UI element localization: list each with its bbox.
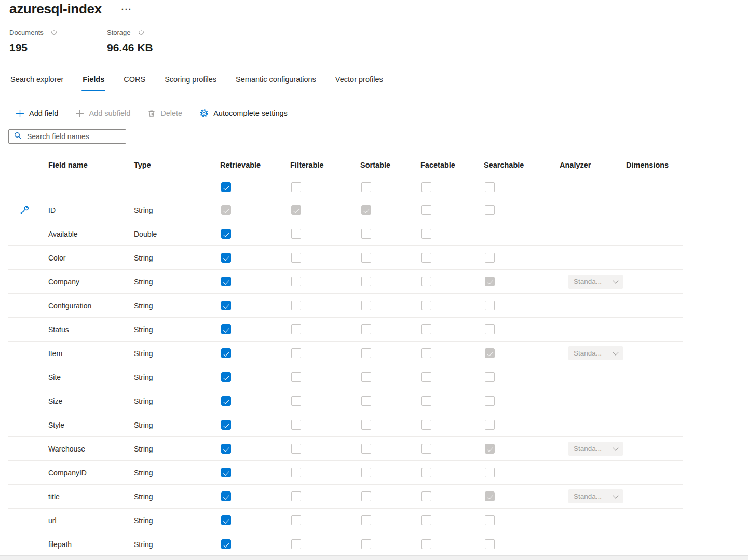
- checkbox-filterable[interactable]: [291, 324, 301, 334]
- tab-scoring-profiles[interactable]: Scoring profiles: [165, 75, 216, 91]
- checkbox-retrievable[interactable]: [221, 348, 231, 358]
- checkbox-searchable[interactable]: [485, 253, 495, 263]
- checkbox-sortable[interactable]: [361, 324, 371, 334]
- table-row: AvailableDouble: [8, 222, 683, 246]
- analyzer-dropdown[interactable]: Standa...: [568, 489, 623, 503]
- checkbox-sortable[interactable]: [361, 301, 371, 310]
- checkbox-sortable[interactable]: [361, 277, 371, 286]
- checkbox-filterable[interactable]: [291, 491, 301, 501]
- checkbox-searchable[interactable]: [485, 372, 495, 382]
- checkbox-sortable[interactable]: [361, 539, 371, 549]
- checkbox-facetable[interactable]: [421, 277, 431, 286]
- checkbox-retrievable[interactable]: [221, 444, 231, 454]
- checkbox-sortable[interactable]: [361, 348, 371, 358]
- checkbox-sortable[interactable]: [361, 396, 371, 406]
- checkbox-filterable[interactable]: [291, 396, 301, 406]
- checkbox-searchable[interactable]: [485, 468, 495, 477]
- checkbox-filterable[interactable]: [291, 253, 301, 263]
- search-icon-wrap: [14, 132, 22, 142]
- checkbox-retrievable[interactable]: [221, 372, 231, 382]
- checkbox-sortable[interactable]: [361, 444, 371, 454]
- checkbox-sortable[interactable]: [361, 229, 371, 239]
- checkbox-filterable[interactable]: [291, 539, 301, 549]
- checkbox-retrievable[interactable]: [221, 324, 231, 334]
- checkbox-all-retrievable[interactable]: [221, 182, 231, 192]
- horizontal-scrollbar[interactable]: [0, 555, 748, 560]
- checkbox-facetable[interactable]: [421, 205, 431, 215]
- analyzer-dropdown[interactable]: Standa...: [568, 442, 623, 456]
- checkbox-all-searchable[interactable]: [485, 182, 495, 192]
- checkbox-filterable[interactable]: [291, 468, 301, 477]
- checkbox-facetable[interactable]: [421, 253, 431, 263]
- checkbox-filterable[interactable]: [291, 420, 301, 430]
- checkbox-sortable[interactable]: [361, 491, 371, 501]
- tab-cors[interactable]: CORS: [124, 75, 145, 91]
- checkbox-retrievable[interactable]: [221, 277, 231, 286]
- checkbox-retrievable[interactable]: [221, 539, 231, 549]
- checkbox-facetable[interactable]: [421, 348, 431, 358]
- checkbox-sortable[interactable]: [361, 372, 371, 382]
- checkbox-facetable[interactable]: [421, 372, 431, 382]
- checkbox-filterable[interactable]: [291, 348, 301, 358]
- tab-vector-profiles[interactable]: Vector profiles: [335, 75, 383, 91]
- autocomplete-settings-button[interactable]: Autocomplete settings: [199, 108, 288, 118]
- analyzer-dropdown[interactable]: Standa...: [568, 275, 623, 289]
- checkbox-facetable[interactable]: [421, 539, 431, 549]
- checkbox-all-sortable[interactable]: [361, 182, 371, 192]
- checkbox-retrievable[interactable]: [221, 396, 231, 406]
- table-row: ConfigurationString: [8, 294, 683, 318]
- checkbox-facetable[interactable]: [421, 396, 431, 406]
- search-input[interactable]: [27, 132, 121, 141]
- checkbox-filterable[interactable]: [291, 277, 301, 286]
- checkbox-searchable[interactable]: [485, 324, 495, 334]
- checkbox-retrievable[interactable]: [221, 253, 231, 263]
- checkbox-retrievable[interactable]: [221, 468, 231, 477]
- checkbox-searchable[interactable]: [485, 301, 495, 310]
- checkbox-sortable[interactable]: [361, 468, 371, 477]
- checkbox-retrievable[interactable]: [221, 515, 231, 525]
- checkbox-searchable[interactable]: [485, 396, 495, 406]
- checkbox-searchable[interactable]: [485, 420, 495, 430]
- table-row: urlString: [8, 509, 683, 532]
- checkbox-retrievable[interactable]: [221, 301, 231, 310]
- checkbox-retrievable[interactable]: [221, 229, 231, 239]
- refresh-icon[interactable]: [138, 30, 144, 35]
- checkbox-filterable[interactable]: [291, 444, 301, 454]
- checkbox-facetable[interactable]: [421, 229, 431, 239]
- checkbox-filterable[interactable]: [291, 301, 301, 310]
- tab-search-explorer[interactable]: Search explorer: [10, 75, 63, 91]
- checkbox-filterable[interactable]: [291, 372, 301, 382]
- checkbox-facetable[interactable]: [421, 515, 431, 525]
- search-field-names-box: [8, 129, 126, 144]
- checkbox-facetable[interactable]: [421, 468, 431, 477]
- more-actions-icon[interactable]: ···: [120, 3, 133, 15]
- checkbox-retrievable[interactable]: [221, 491, 231, 501]
- analyzer-dropdown[interactable]: Standa...: [568, 346, 623, 360]
- checkbox-facetable[interactable]: [421, 491, 431, 501]
- table-row: ItemStringStanda...: [8, 342, 683, 365]
- checkbox-all-facetable[interactable]: [421, 182, 431, 192]
- chevron-down-icon: [613, 493, 618, 498]
- add-field-button[interactable]: Add field: [16, 109, 58, 118]
- checkbox-filterable[interactable]: [291, 229, 301, 239]
- refresh-icon[interactable]: [51, 30, 57, 35]
- checkbox-searchable[interactable]: [485, 205, 495, 215]
- checkbox-sortable[interactable]: [361, 515, 371, 525]
- tab-fields[interactable]: Fields: [83, 75, 104, 91]
- checkbox-searchable[interactable]: [485, 539, 495, 549]
- checkbox-searchable[interactable]: [485, 515, 495, 525]
- page-header: azuresql-index ···: [9, 1, 133, 17]
- checkbox-filterable[interactable]: [291, 515, 301, 525]
- tab-semantic-configurations[interactable]: Semantic configurations: [236, 75, 316, 91]
- checkbox-sortable[interactable]: [361, 420, 371, 430]
- checkbox-facetable[interactable]: [421, 324, 431, 334]
- checkbox-sortable[interactable]: [361, 253, 371, 263]
- checkbox-facetable[interactable]: [421, 444, 431, 454]
- add-subfield-button: Add subfield: [75, 109, 130, 118]
- column-header-facetable: Facetable: [412, 161, 475, 169]
- checkbox-retrievable[interactable]: [221, 420, 231, 430]
- checkbox-facetable[interactable]: [421, 420, 431, 430]
- checkbox-facetable[interactable]: [421, 301, 431, 310]
- stat-label: Storage: [107, 29, 131, 36]
- checkbox-all-filterable[interactable]: [291, 182, 301, 192]
